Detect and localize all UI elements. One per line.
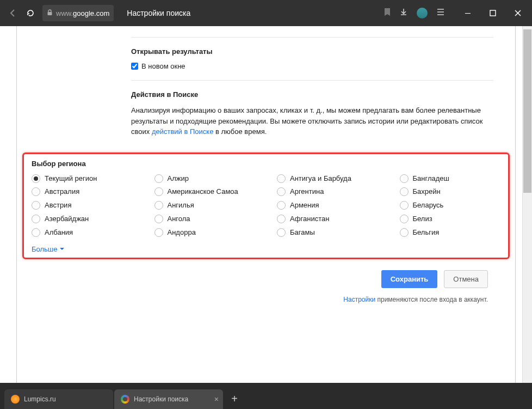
action-buttons: Сохранить Отмена: [17, 259, 515, 288]
region-label: Бахрейн: [413, 187, 441, 197]
radio-icon: [32, 228, 40, 237]
region-radio[interactable]: Андорра: [154, 228, 256, 237]
region-radio[interactable]: Австрия: [32, 201, 133, 210]
svg-rect-4: [490, 10, 496, 16]
tab-favicon: [121, 395, 129, 404]
radio-icon: [277, 187, 286, 196]
radio-icon: [400, 201, 409, 210]
region-radio[interactable]: Антигуа и Барбуда: [277, 174, 378, 184]
region-radio[interactable]: Австралия: [32, 187, 133, 197]
region-heading: Выбор региона: [32, 160, 500, 168]
region-radio[interactable]: Текущий регион: [32, 174, 133, 184]
save-button[interactable]: Сохранить: [381, 270, 438, 288]
region-radio[interactable]: Бахрейн: [400, 187, 501, 197]
footer-note: Настройки применяются после входа в акка…: [17, 288, 515, 303]
region-radio[interactable]: Белиз: [400, 215, 501, 224]
region-label: Албания: [45, 228, 73, 237]
region-radio[interactable]: Бельгия: [400, 228, 501, 237]
lock-icon: [47, 9, 53, 17]
tab-google-settings[interactable]: Настройки поиска ×: [114, 389, 223, 409]
region-label: Текущий регион: [45, 174, 97, 184]
radio-icon: [277, 174, 286, 183]
tab-label: Настройки поиска: [134, 395, 188, 403]
back-button[interactable]: [4, 4, 22, 22]
new-window-checkbox-input[interactable]: [131, 63, 138, 70]
open-results-heading: Открывать результаты: [131, 47, 493, 56]
region-label: Белиз: [413, 215, 432, 224]
radio-icon: [400, 174, 409, 183]
scrollbar[interactable]: [522, 26, 532, 383]
scrollbar-thumb[interactable]: [523, 29, 531, 193]
region-radio[interactable]: Бангладеш: [400, 174, 501, 184]
url-text: www.google.com: [56, 9, 109, 17]
region-label: Алжир: [168, 174, 189, 184]
address-bar[interactable]: www.google.com: [42, 5, 114, 21]
tab-favicon: [11, 395, 20, 404]
tab-close-icon[interactable]: ×: [214, 395, 219, 404]
search-actions-body: Анализируя информацию о ваших запросах, …: [131, 105, 493, 137]
region-label: Беларусь: [413, 201, 444, 210]
region-label: Бельгия: [413, 228, 440, 237]
search-activity-link[interactable]: действий в Поиске: [152, 127, 214, 136]
region-label: Багамы: [290, 228, 315, 237]
region-label: Афганистан: [290, 215, 329, 224]
tab-label: Lumpics.ru: [24, 395, 56, 403]
footer-settings-link[interactable]: Настройки: [343, 296, 375, 303]
region-label: Австралия: [45, 187, 79, 197]
minimize-button[interactable]: ─: [458, 3, 478, 23]
avatar[interactable]: [417, 8, 428, 19]
cancel-button[interactable]: Отмена: [444, 270, 488, 288]
region-radio[interactable]: Багамы: [277, 228, 378, 237]
radio-icon: [400, 215, 409, 223]
menu-icon[interactable]: [436, 8, 445, 18]
region-radio[interactable]: Афганистан: [277, 215, 378, 224]
region-label: Армения: [290, 201, 319, 210]
more-regions-link[interactable]: Больше: [32, 245, 500, 253]
browser-titlebar: www.google.com Настройки поиска ─: [0, 0, 532, 26]
maximize-button[interactable]: [483, 3, 503, 23]
radio-icon: [32, 201, 40, 210]
radio-icon: [154, 201, 163, 210]
region-label: Ангилья: [168, 201, 194, 210]
close-button[interactable]: [508, 3, 528, 23]
reload-button[interactable]: [22, 4, 39, 22]
region-label: Американское Самоа: [168, 187, 238, 197]
svg-rect-0: [48, 12, 52, 15]
radio-icon: [32, 187, 40, 196]
region-radio[interactable]: Армения: [277, 201, 378, 210]
region-label: Андорра: [168, 228, 196, 237]
page-title: Настройки поиска: [127, 9, 190, 17]
radio-icon: [154, 228, 163, 237]
region-radio[interactable]: Азербайджан: [32, 215, 133, 224]
region-label: Аргентина: [290, 187, 324, 197]
radio-icon: [154, 215, 163, 223]
region-radio[interactable]: Беларусь: [400, 201, 501, 210]
region-radio[interactable]: Албания: [32, 228, 133, 237]
region-radio[interactable]: Алжир: [154, 174, 256, 184]
downloads-icon[interactable]: [399, 8, 408, 19]
region-label: Австрия: [45, 201, 71, 210]
region-radio[interactable]: Ангола: [154, 215, 256, 224]
radio-icon: [32, 215, 40, 223]
region-radio[interactable]: Американское Самоа: [154, 187, 256, 197]
bookmark-icon[interactable]: [384, 8, 391, 19]
radio-icon: [277, 201, 286, 210]
radio-icon: [400, 228, 409, 237]
new-tab-button[interactable]: +: [226, 390, 243, 407]
browser-tabbar: Lumpics.ru Настройки поиска × +: [0, 383, 532, 409]
tab-lumpics[interactable]: Lumpics.ru: [4, 389, 113, 409]
search-actions-heading: Действия в Поиске: [131, 90, 493, 99]
radio-icon: [400, 187, 409, 196]
page-viewport: Открывать результаты В новом окне Действ…: [0, 26, 532, 383]
region-radio[interactable]: Аргентина: [277, 187, 378, 197]
radio-icon: [154, 174, 163, 183]
region-radio[interactable]: Ангилья: [154, 201, 256, 210]
new-window-checkbox[interactable]: В новом окне: [131, 62, 493, 70]
radio-icon: [32, 174, 40, 183]
region-label: Бангладеш: [413, 174, 449, 184]
radio-icon: [277, 228, 286, 237]
region-label: Антигуа и Барбуда: [290, 174, 351, 184]
radio-icon: [154, 187, 163, 196]
radio-icon: [277, 215, 286, 223]
region-selection-box: Выбор региона Текущий регионАвстралияАвс…: [22, 152, 510, 259]
